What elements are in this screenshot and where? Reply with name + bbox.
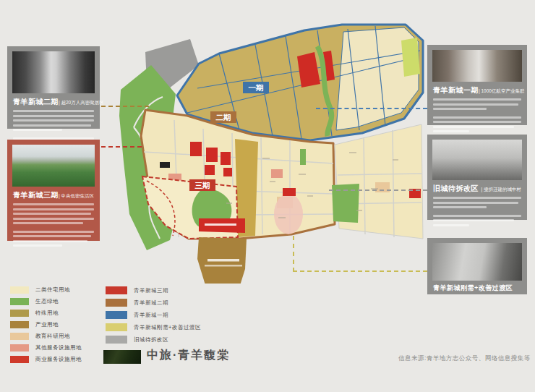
landuse-map: 一期 二期 三期 (118, 20, 424, 284)
legend-swatch (106, 323, 127, 331)
callout-phase1: 青羊新城一期 | 1000亿航空产业集群 (427, 45, 527, 125)
legend-item: 其他服务设施用地 (10, 344, 82, 351)
callout-phase3: 青羊新城三期 | 中央低密生活区 (7, 140, 100, 241)
legend-item: 产业用地 (10, 321, 59, 328)
legend-item: 青羊新城刚需+改善过渡区 (106, 323, 201, 331)
legend-label: 其他服务设施用地 (35, 344, 82, 351)
phase3-paragraph (12, 203, 95, 247)
oldtown-photo (432, 140, 522, 180)
oldtown-tagline: | 亟拆迁建的城中村 (482, 187, 522, 193)
connector-transition-vertical (293, 236, 294, 272)
phase1-title: 青羊新城一期 (433, 85, 479, 95)
phase1-paragraph (432, 98, 522, 132)
poster-page: 一期 二期 三期 青羊新城二期 | 超20万人高密聚居区 青羊新城三期 | 中央… (0, 0, 535, 392)
legend-swatch (10, 310, 29, 317)
legend-label: 教育科研用地 (35, 333, 70, 340)
legend-label: 二类住宅用地 (35, 286, 70, 294)
oldtown-title: 旧城待拆改区 (433, 184, 479, 194)
map-label-phase1: 一期 (249, 83, 264, 92)
legend-swatch (10, 286, 29, 294)
connector-phase3 (101, 146, 142, 148)
phase2-title: 青羊新城二期 (13, 97, 59, 107)
phase3-tagline: | 中央低密生活区 (59, 193, 94, 200)
legend-label: 青羊新城三期 (134, 287, 168, 294)
legend-swatch (10, 333, 29, 340)
legend-swatch (10, 344, 29, 351)
legend-label: 青羊新城二期 (134, 299, 168, 307)
legend-swatch (10, 298, 29, 305)
legend-swatch (106, 286, 127, 294)
legend-label: 青羊新城刚需+改善过渡区 (134, 324, 201, 331)
connector-phase2 (101, 106, 149, 107)
legend-item: 特殊用地 (10, 310, 59, 317)
phase2-photo (12, 51, 95, 93)
map-label-phase2: 二期 (216, 113, 231, 122)
phase1-tagline: | 1000亿航空产业集群 (479, 88, 524, 95)
phase3-photo (12, 145, 95, 187)
legend-label: 生态绿地 (35, 298, 59, 305)
connector-oldtown (329, 189, 427, 191)
legend-label: 特殊用地 (35, 310, 59, 317)
legend-item: 青羊新城三期 (106, 286, 168, 294)
legend-item: 商业服务设施用地 (10, 356, 82, 363)
legend-swatch (106, 299, 127, 307)
brand-thumbnail (103, 350, 141, 364)
map-south-parcels (197, 218, 247, 284)
source-note: 信息来源:青羊地方志公众号、网络信息搜集等 (398, 354, 531, 363)
legend-item: 旧城待拆改区 (106, 336, 168, 344)
legend-label: 旧城待拆改区 (134, 336, 168, 344)
legend-swatch (10, 321, 29, 328)
legend-swatch (10, 356, 29, 363)
callout-transition: 青羊新城刚需+改善过渡区 (427, 238, 527, 294)
legend-item: 生态绿地 (10, 298, 59, 305)
legend-item: 教育科研用地 (10, 333, 70, 340)
legend-label: 青羊新城一期 (134, 312, 168, 319)
legend-label: 产业用地 (35, 321, 59, 328)
map-label-phase3: 三期 (195, 181, 210, 189)
legend-label: 商业服务设施用地 (35, 356, 82, 363)
legend-item: 青羊新城二期 (106, 299, 168, 307)
brand-name: 中旅·青羊馥棠 (147, 348, 230, 363)
legend-item: 青羊新城一期 (106, 311, 168, 319)
legend-item: 二类住宅用地 (10, 286, 70, 294)
callout-oldtown: 旧城待拆改区 | 亟拆迁建的城中村 (427, 135, 527, 220)
map-transition-zone (332, 124, 423, 239)
connector-transition-horizontal (293, 270, 427, 272)
transition-photo (432, 243, 522, 281)
phase1-photo (432, 50, 522, 82)
phase3-title: 青羊新城三期 (13, 190, 59, 200)
transition-title: 青羊新城刚需+改善过渡区 (433, 284, 513, 293)
phase2-tagline: | 超20万人高密聚居区 (59, 100, 104, 106)
legend-swatch (106, 311, 127, 319)
callout-phase2: 青羊新城二期 | 超20万人高密聚居区 (7, 46, 100, 129)
oldtown-paragraph (432, 197, 522, 226)
connector-phase1 (316, 108, 427, 109)
legend-swatch (106, 336, 127, 344)
